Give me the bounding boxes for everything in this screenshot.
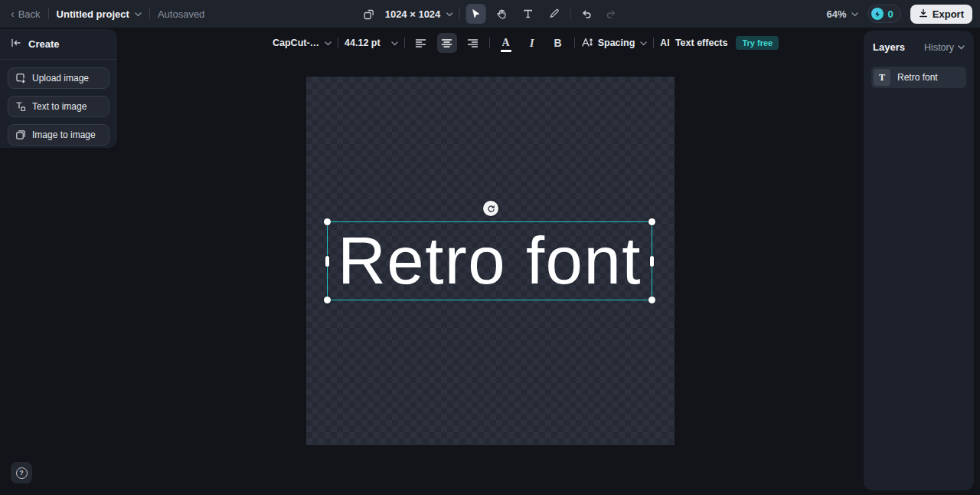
divider (570, 8, 570, 19)
redo-icon[interactable] (601, 4, 621, 24)
chevron-down-icon (325, 40, 332, 47)
pen-tool-button[interactable] (544, 4, 564, 24)
canvas[interactable]: Retro font (306, 77, 675, 445)
layers-panel-header: Layers History (864, 31, 974, 61)
font-family-dropdown[interactable]: CapCut-… (273, 38, 332, 48)
bold-icon: B (554, 37, 562, 49)
credits-count: 0 (888, 8, 893, 20)
chevron-down-icon (640, 40, 647, 47)
project-title: Untitled project (57, 8, 129, 20)
selection-handle-right[interactable] (650, 256, 654, 267)
image-to-image-button[interactable]: Image to image (8, 124, 109, 146)
image-to-image-label: Image to image (32, 129, 96, 140)
chevron-down-icon (446, 11, 452, 18)
canvas-size-value: 1024 × 1024 (385, 8, 441, 20)
history-dropdown[interactable]: History (924, 42, 965, 53)
ai-icon: AI (660, 38, 670, 48)
divider (338, 38, 338, 48)
text-color-button[interactable]: A (496, 33, 516, 53)
chevron-down-icon (851, 11, 858, 18)
align-center-button[interactable] (437, 33, 457, 53)
selection-handle-left[interactable] (325, 256, 329, 267)
create-panel-title: Create (28, 38, 59, 50)
autosave-status: Autosaved (158, 8, 204, 20)
bold-button[interactable]: B (548, 33, 568, 53)
export-label: Export (933, 8, 964, 20)
divider (653, 38, 654, 48)
hand-tool-button[interactable] (492, 4, 511, 24)
upload-image-label: Upload image (32, 73, 89, 84)
spacing-label: Spacing (598, 38, 635, 48)
back-button[interactable]: ‹ Back (11, 8, 41, 20)
resize-canvas-icon[interactable] (359, 4, 379, 24)
top-bar: ‹ Back Untitled project Autosaved (0, 0, 980, 28)
layers-tab[interactable]: Layers (873, 41, 905, 53)
zoom-level-control[interactable]: 64% (827, 8, 858, 20)
divider (459, 8, 459, 19)
divider (149, 8, 150, 19)
undo-icon[interactable] (577, 4, 596, 24)
try-free-badge: Try free (736, 36, 779, 50)
text-to-image-button[interactable]: Text to image (8, 96, 109, 117)
text-to-image-label: Text to image (32, 101, 87, 112)
chevron-down-icon (135, 11, 142, 18)
select-tool-button[interactable] (466, 4, 485, 24)
spacing-icon (581, 37, 593, 50)
align-left-button[interactable] (411, 33, 431, 53)
text-effects-label: Text effects (675, 38, 728, 48)
create-panel: Create Upload image T (0, 29, 117, 148)
rotate-handle[interactable] (483, 201, 498, 216)
top-bar-center: 1024 × 1024 (359, 0, 622, 28)
export-button[interactable]: Export (910, 5, 972, 24)
app-root: ‹ Back Untitled project Autosaved (0, 0, 980, 495)
zoom-level-value: 64% (827, 8, 847, 20)
create-panel-body: Upload image Text to image (0, 60, 117, 153)
canvas-text-layer[interactable]: Retro font (328, 226, 652, 293)
project-name-menu[interactable]: Untitled project (57, 8, 142, 20)
font-family-value: CapCut-… (273, 38, 319, 48)
upload-image-icon (15, 73, 26, 84)
upload-image-button[interactable]: Upload image (8, 67, 109, 89)
text-layer-icon: T (874, 69, 890, 86)
selection-handle-top-right[interactable] (648, 218, 655, 225)
layer-name: Retro font (897, 72, 938, 83)
download-icon (919, 8, 928, 20)
selection-handle-top-left[interactable] (324, 218, 331, 225)
italic-icon: I (530, 37, 534, 50)
align-right-button[interactable] (463, 33, 483, 53)
help-button[interactable]: ? (11, 462, 32, 484)
divider (48, 8, 49, 19)
back-label: Back (18, 8, 41, 20)
text-effects-button[interactable]: AI Text effects Try free (660, 36, 779, 50)
help-icon: ? (16, 467, 28, 479)
text-color-icon: A (502, 37, 510, 49)
text-tool-button[interactable] (518, 4, 537, 24)
spacing-dropdown[interactable]: Spacing (581, 37, 648, 50)
layers-panel: Layers History T Retro font (864, 31, 974, 490)
history-label: History (924, 42, 954, 53)
divider (574, 38, 575, 48)
text-to-image-icon (15, 101, 26, 112)
create-panel-header: Create (0, 29, 117, 60)
divider (489, 38, 490, 48)
collapse-panel-icon[interactable] (11, 38, 21, 50)
selection-handle-bottom-right[interactable] (648, 297, 655, 303)
text-selection-box[interactable]: Retro font (327, 221, 652, 300)
chevron-down-icon (391, 40, 398, 47)
selection-handle-bottom-left[interactable] (324, 297, 331, 303)
text-toolbar: CapCut-… 44.12 pt (273, 32, 779, 54)
top-bar-right: 64% 0 Export (827, 0, 972, 28)
font-size-dropdown[interactable]: 44.12 pt (345, 38, 398, 48)
credit-coin-icon (871, 8, 884, 20)
italic-button[interactable]: I (522, 33, 542, 53)
chevron-down-icon (958, 44, 965, 51)
font-size-value: 44.12 pt (345, 38, 381, 48)
credits-badge[interactable]: 0 (867, 5, 901, 23)
image-to-image-icon (15, 129, 26, 140)
undo-redo-group (577, 4, 621, 24)
divider (404, 38, 405, 48)
canvas-size-control[interactable]: 1024 × 1024 (385, 8, 453, 20)
help-glyph: ? (19, 469, 24, 477)
top-bar-left: ‹ Back Untitled project Autosaved (11, 0, 204, 28)
layer-row-retro-font[interactable]: T Retro font (871, 67, 966, 88)
